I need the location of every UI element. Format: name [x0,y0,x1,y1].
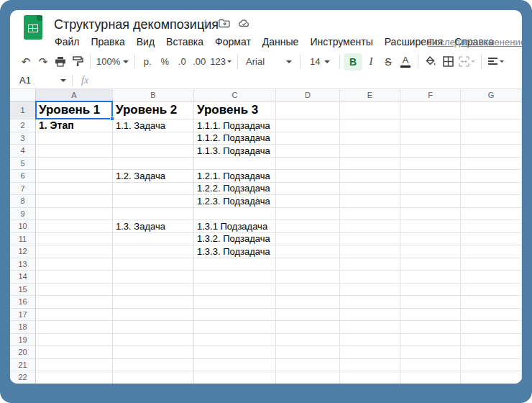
text-color-button[interactable]: A [397,53,414,71]
cell-A5[interactable] [36,158,113,171]
cell-E21[interactable] [340,359,400,372]
paint-format-button[interactable] [69,53,86,71]
redo-button[interactable]: ↷ [35,53,52,71]
cell-E1[interactable] [340,101,400,119]
cell-E17[interactable] [340,309,400,322]
cell-A21[interactable] [36,359,113,372]
cell-F16[interactable] [400,296,461,309]
cell-E22[interactable] [340,371,400,384]
row-header-1[interactable]: 1 [10,101,36,119]
menu-6[interactable]: Данные [257,34,305,50]
horizontal-align-button[interactable] [485,53,506,71]
row-header-19[interactable]: 19 [10,334,36,347]
borders-button[interactable] [439,53,457,71]
cell-A14[interactable] [36,271,113,284]
cell-B22[interactable] [113,371,194,384]
column-header-E[interactable]: E [340,89,400,101]
cell-F12[interactable] [400,245,461,258]
cell-D18[interactable] [276,321,340,334]
cell-F10[interactable] [400,220,461,233]
cell-E14[interactable] [340,271,400,284]
cell-D5[interactable] [276,158,340,171]
cell-F2[interactable] [400,119,461,132]
document-title[interactable]: Структурная декомпозиция [54,17,219,32]
cell-F1[interactable] [400,101,461,119]
row-header-13[interactable]: 13 [10,258,36,271]
formula-input[interactable] [96,72,522,89]
cell-C8[interactable]: 1.2.3. Подзадача [194,195,276,208]
format-percent-button[interactable]: % [156,53,173,71]
cell-E20[interactable] [340,346,400,359]
cell-A22[interactable] [36,371,113,384]
row-header-18[interactable]: 18 [10,321,36,334]
cell-A7[interactable] [36,183,113,196]
cell-G14[interactable] [461,271,522,284]
cell-A20[interactable] [36,346,113,359]
cell-G19[interactable] [461,334,522,347]
cell-D20[interactable] [276,346,340,359]
star-icon[interactable]: ☆ [200,19,211,30]
format-currency-button[interactable]: р. [139,53,156,71]
cell-G3[interactable] [461,132,522,145]
cell-B15[interactable] [113,284,194,296]
cell-F17[interactable] [400,309,461,322]
cell-G16[interactable] [461,296,522,309]
cell-F3[interactable] [400,132,461,145]
cell-C19[interactable] [194,334,276,347]
cell-C5[interactable] [194,158,276,171]
increase-decimal-button[interactable]: .00 [191,53,208,71]
cell-G12[interactable] [461,245,522,258]
cell-E16[interactable] [340,296,400,309]
cell-B7[interactable] [113,183,194,196]
cell-B12[interactable] [113,245,194,258]
select-all-corner[interactable] [10,89,36,101]
row-header-21[interactable]: 21 [10,359,36,372]
cell-G21[interactable] [461,359,522,372]
column-header-G[interactable]: G [461,89,522,101]
row-header-7[interactable]: 7 [10,183,36,196]
cell-E3[interactable] [340,132,400,145]
cell-B2[interactable]: 1.1. Задача [113,119,194,132]
cell-D12[interactable] [276,245,340,258]
cell-F11[interactable] [400,233,461,246]
menu-7[interactable]: Инструменты [304,34,378,50]
cell-D16[interactable] [276,296,340,309]
column-header-F[interactable]: F [400,89,461,101]
menu-3[interactable]: Вид [131,34,160,50]
cell-C21[interactable] [194,359,276,372]
merge-cells-button[interactable] [457,53,477,71]
cell-B19[interactable] [113,334,194,347]
cell-F18[interactable] [400,321,461,334]
cell-D4[interactable] [276,145,340,158]
cell-C3[interactable]: 1.1.2. Подзадача [194,132,276,145]
cell-E4[interactable] [340,145,400,158]
cell-F8[interactable] [400,195,461,208]
cell-D11[interactable] [276,233,340,246]
cell-E13[interactable] [340,258,400,271]
cell-A10[interactable] [36,220,113,233]
cell-B18[interactable] [113,321,194,334]
menu-1[interactable]: Файл [49,34,85,50]
cell-B6[interactable]: 1.2. Задача [113,170,194,183]
name-box[interactable]: A1 [10,75,72,86]
cell-G17[interactable] [461,309,522,322]
cell-G8[interactable] [461,195,522,208]
cell-B1[interactable]: Уровень 2 [113,101,194,119]
cell-A16[interactable] [36,296,113,309]
cell-C7[interactable]: 1.2.2. Подзадача [194,183,276,196]
cell-G11[interactable] [461,233,522,246]
cell-D14[interactable] [276,271,340,284]
cell-C13[interactable] [194,258,276,271]
cell-F15[interactable] [400,284,461,296]
cell-D9[interactable] [276,208,340,221]
cell-C4[interactable]: 1.1.3. Подзадача [194,145,276,158]
row-header-9[interactable]: 9 [10,208,36,221]
cell-F4[interactable] [400,145,461,158]
cell-E6[interactable] [340,170,400,183]
cell-G15[interactable] [461,284,522,296]
cell-E5[interactable] [340,158,400,171]
cell-G20[interactable] [461,346,522,359]
cell-B11[interactable] [113,233,194,246]
row-header-20[interactable]: 20 [10,346,36,359]
bold-button[interactable]: B [344,53,362,71]
